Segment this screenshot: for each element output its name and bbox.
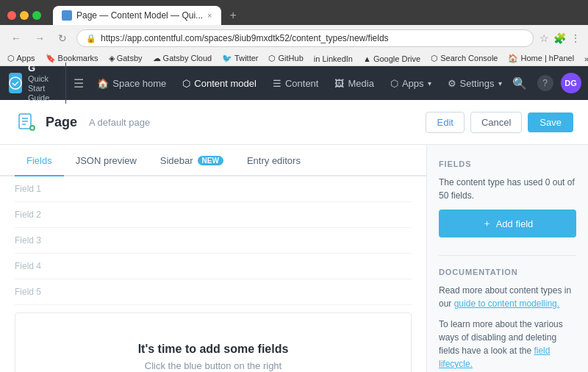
avatar[interactable]: DG [561, 73, 581, 93]
tab-fields[interactable]: Fields [15, 145, 64, 176]
nav-item-content-model-label: Content model [194, 78, 257, 89]
forward-button[interactable]: → [31, 31, 49, 46]
extension-icon[interactable]: 🧩 [553, 32, 566, 44]
browser-dots [7, 11, 41, 20]
tab-sidebar-badge: NEW [198, 156, 223, 165]
tab-favicon-icon [62, 10, 72, 21]
nav-item-content-label: Content [285, 78, 319, 89]
panel-divider [439, 255, 576, 256]
settings-icon: ⚙ [448, 78, 456, 89]
left-panel: Fields JSON preview Sidebar NEW Entry ed… [0, 145, 426, 372]
tab-sidebar[interactable]: Sidebar NEW [148, 145, 235, 176]
reload-button[interactable]: ↻ [54, 31, 71, 46]
menu-icon[interactable]: ⋮ [570, 32, 581, 44]
tab-json-preview[interactable]: JSON preview [64, 145, 148, 176]
media-icon: 🖼 [334, 78, 344, 89]
tab-entry-editors[interactable]: Entry editors [235, 145, 312, 176]
svg-point-0 [10, 77, 21, 89]
empty-state-title: It's time to add some fields [37, 343, 389, 356]
bookmark-gatsby-cloud[interactable]: ☁ Gatsby Cloud [153, 54, 212, 63]
field-row[interactable]: Field 1 [15, 176, 412, 202]
cancel-button[interactable]: Cancel [470, 112, 522, 133]
right-panel: FIELDS The content type has used 0 out o… [426, 145, 588, 372]
lock-icon: 🔒 [86, 34, 96, 43]
app-shell: G Quick Start Guide ☰ 🏠 Space home ⬡ Con… [0, 66, 588, 372]
tab-title: Page — Content Model — Qui... [76, 10, 203, 21]
nav-items: 🏠 Space home ⬡ Content model ☰ Content 🖼… [90, 72, 509, 95]
nav-right: 🔍 ? DG [509, 73, 581, 93]
bookmark-more[interactable]: » [584, 54, 588, 63]
toolbar-icons: ☆ 🧩 ⋮ [539, 32, 581, 44]
save-button[interactable]: Save [528, 112, 573, 132]
apps-chevron-icon: ▾ [428, 79, 431, 87]
settings-chevron-icon: ▾ [498, 79, 502, 87]
logo-icon [9, 73, 22, 93]
fields-section-title: FIELDS [439, 160, 576, 168]
plus-icon: ＋ [482, 217, 492, 230]
fields-section: FIELDS The content type has used 0 out o… [439, 160, 576, 237]
url-text: https://app.contentful.com/spaces/8iub9m… [101, 33, 389, 43]
tab-close-icon[interactable]: × [207, 11, 212, 20]
browser-toolbar: ← → ↻ 🔒 https://app.contentful.com/space… [0, 25, 588, 51]
doc-section-title: DOCUMENTATION [439, 268, 576, 276]
top-nav: G Quick Start Guide ☰ 🏠 Space home ⬡ Con… [0, 66, 588, 100]
bookmark-apps[interactable]: ⬡ Apps [7, 54, 35, 63]
page-info: Page A default page [15, 110, 150, 134]
nav-item-apps-label: Apps [402, 78, 424, 89]
close-dot[interactable] [7, 11, 16, 20]
nav-item-content[interactable]: ☰ Content [265, 72, 326, 95]
search-icon[interactable]: 🔍 [509, 74, 530, 93]
browser-title-bar: Page — Content Model — Qui... × + [0, 0, 588, 25]
fields-list: Field 1 Field 2 Field 3 Field 4 Field 5 [0, 176, 426, 305]
bookmark-bookmarks[interactable]: 🔖 Bookmarks [46, 54, 98, 63]
logo-text: G Quick Start Guide [28, 62, 57, 103]
home-icon: 🏠 [97, 78, 109, 89]
bookmark-gatsby[interactable]: ◈ Gatsby [109, 54, 143, 63]
bookmark-linkedin[interactable]: in LinkedIn [314, 54, 353, 63]
edit-button[interactable]: Edit [426, 112, 464, 133]
nav-item-media[interactable]: 🖼 Media [327, 72, 381, 95]
page-title: Page [46, 115, 77, 130]
doc-text-1: Read more about content types in our gui… [439, 284, 576, 310]
add-field-button[interactable]: ＋ Add field [439, 210, 576, 237]
header-actions: Edit Cancel Save [426, 112, 573, 133]
nav-item-space-home[interactable]: 🏠 Space home [90, 72, 173, 95]
apps-icon: ⬡ [390, 78, 398, 89]
nav-item-settings[interactable]: ⚙ Settings ▾ [440, 72, 509, 95]
address-bar[interactable]: 🔒 https://app.contentful.com/spaces/8iub… [76, 29, 534, 47]
nav-item-content-model[interactable]: ⬡ Content model [175, 72, 264, 95]
bookmarks-bar: ⬡ Apps 🔖 Bookmarks ◈ Gatsby ☁ Gatsby Clo… [0, 51, 588, 66]
documentation-section: DOCUMENTATION Read more about content ty… [439, 268, 576, 371]
hamburger-icon[interactable]: ☰ [74, 76, 84, 90]
fields-usage-text: The content type has used 0 out of 50 fi… [439, 176, 576, 202]
nav-item-space-home-label: Space home [112, 78, 166, 89]
bookmark-twitter[interactable]: 🐦 Twitter [222, 54, 258, 63]
content-icon: ☰ [273, 78, 282, 89]
nav-logo: G Quick Start Guide [9, 62, 66, 103]
page-icon [15, 110, 38, 134]
back-button[interactable]: ← [7, 31, 25, 46]
bookmark-searchconsole[interactable]: ⬡ Search Console [431, 54, 498, 63]
tabs: Fields JSON preview Sidebar NEW Entry ed… [0, 145, 426, 176]
browser-tab[interactable]: Page — Content Model — Qui... × [53, 6, 221, 25]
empty-state: It's time to add some fields Click the b… [15, 312, 412, 372]
minimize-dot[interactable] [20, 11, 29, 20]
star-icon[interactable]: ☆ [539, 32, 549, 44]
browser-chrome: Page — Content Model — Qui... × + ← → ↻ … [0, 0, 588, 66]
nav-item-settings-label: Settings [460, 78, 495, 89]
field-row[interactable]: Field 5 [15, 279, 412, 305]
bookmark-googledrive[interactable]: ▲ Google Drive [363, 54, 420, 63]
nav-item-apps[interactable]: ⬡ Apps ▾ [383, 72, 439, 95]
content-model-icon: ⬡ [182, 78, 190, 89]
page-description: A default page [89, 117, 150, 128]
bookmark-home[interactable]: 🏠 Home | hPanel [508, 54, 574, 63]
field-row[interactable]: Field 3 [15, 228, 412, 254]
field-row[interactable]: Field 4 [15, 254, 412, 279]
field-row[interactable]: Field 2 [15, 202, 412, 228]
guide-link[interactable]: guide to content modelling. [454, 298, 559, 309]
secondary-header: Page A default page Edit Cancel Save [0, 100, 588, 145]
new-tab-button[interactable]: + [230, 9, 237, 22]
maximize-dot[interactable] [32, 11, 41, 20]
bookmark-github[interactable]: ⬡ GitHub [268, 54, 303, 63]
help-icon[interactable]: ? [537, 75, 553, 91]
